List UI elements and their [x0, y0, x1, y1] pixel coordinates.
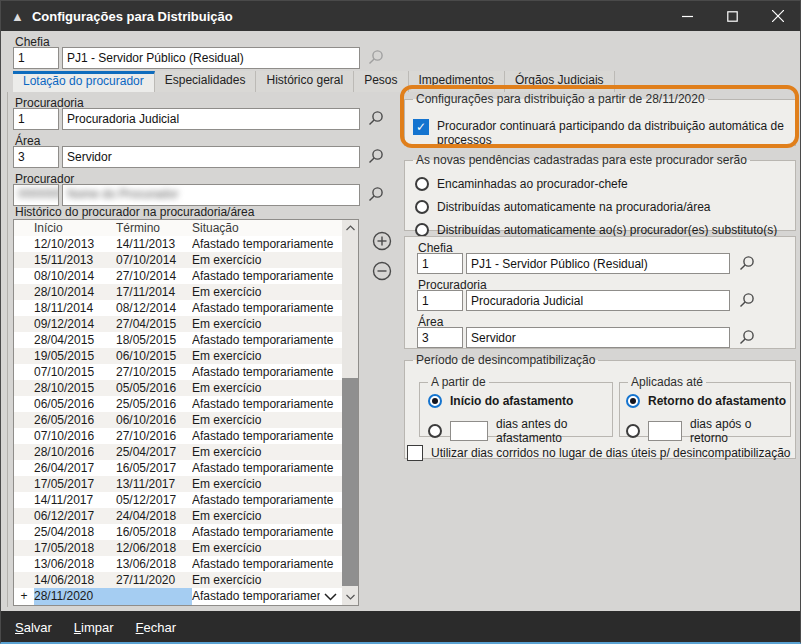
cell-situacao: Afastado temporariamente — [192, 556, 342, 572]
radio-row-distribuidas-substitutos[interactable]: Distribuídas automaticamente ao(s) procu… — [415, 223, 777, 237]
history-row[interactable]: 17/05/201713/11/2017Em exercício — [14, 476, 342, 492]
history-row[interactable]: 17/05/201812/06/2018Em exercício — [14, 540, 342, 556]
col-header-situacao: Situação — [192, 220, 342, 236]
fechar-button[interactable]: Fechar — [136, 620, 176, 635]
history-row[interactable]: 18/11/201408/12/2014Afastado temporariam… — [14, 300, 342, 316]
history-row[interactable]: 06/05/201625/05/2016Afastado temporariam… — [14, 396, 342, 412]
cell-termino: 05/12/2017 — [116, 492, 192, 508]
history-row[interactable]: 28/04/201518/05/2015Afastado temporariam… — [14, 332, 342, 348]
encaminhadas-radio[interactable] — [415, 177, 429, 191]
distribuidas-substitutos-radio[interactable] — [415, 223, 429, 237]
history-row[interactable]: 07/10/201627/10/2016Afastado temporariam… — [14, 428, 342, 444]
procuradoria-right-search-icon[interactable] — [738, 292, 755, 309]
procurador-code-field[interactable]: 0000000 — [13, 184, 59, 206]
editing-cell-termino[interactable] — [116, 588, 192, 605]
minimize-button[interactable] — [665, 1, 710, 31]
procurador-name-field[interactable]: Nome do Procurador — [62, 184, 360, 206]
area-search-icon[interactable] — [367, 148, 384, 165]
chefia-top-code-field[interactable] — [13, 47, 59, 69]
cell-situacao: Em exercício — [192, 476, 342, 492]
dias-apos-label: dias após o retorno — [690, 417, 790, 445]
history-row[interactable]: 28/10/201417/11/2014Em exercício — [14, 284, 342, 300]
procuradoria-right-code-field[interactable] — [417, 290, 463, 311]
history-scrollbar[interactable] — [342, 220, 358, 605]
dias-apos-row[interactable]: dias após o retorno — [626, 417, 790, 445]
history-row[interactable]: 26/05/201606/10/2016Em exercício — [14, 412, 342, 428]
situacao-dropdown-icon[interactable] — [320, 588, 340, 605]
inicio-afastamento-radio[interactable] — [428, 394, 442, 408]
history-row[interactable]: 15/11/201307/10/2014Em exercício — [14, 252, 342, 268]
tab-especialidades[interactable]: Especialidades — [155, 71, 257, 92]
history-row[interactable]: 12/10/201314/11/2013Afastado temporariam… — [14, 236, 342, 252]
row-gutter — [14, 316, 34, 332]
history-row[interactable]: 07/10/201527/10/2015Afastado temporariam… — [14, 364, 342, 380]
dias-corridos-checkbox[interactable] — [407, 445, 423, 461]
tab-orgaos-judiciais[interactable]: Órgãos Judiciais — [505, 71, 615, 92]
tab-lotacao-do-procurador[interactable]: Lotação do procurador — [13, 71, 155, 92]
tab-historico-geral[interactable]: Histórico geral — [256, 71, 354, 92]
area-right-code-field[interactable] — [417, 327, 463, 348]
history-row[interactable]: 19/05/201506/10/2015Em exercício — [14, 348, 342, 364]
continua-distribuicao-checkbox[interactable]: ✓ — [413, 119, 429, 135]
row-gutter — [14, 540, 34, 556]
procuradoria-right-name-field[interactable] — [466, 290, 730, 311]
history-row[interactable]: 25/04/201816/05/2018Afastado temporariam… — [14, 524, 342, 540]
dias-apos-field[interactable] — [648, 421, 682, 441]
editing-cell-inicio[interactable]: 28/11/2020 — [34, 588, 116, 605]
procuradoria-code-field[interactable] — [13, 108, 59, 130]
history-row[interactable]: 13/06/201813/06/2018Afastado temporariam… — [14, 556, 342, 572]
retorno-afastamento-radio[interactable] — [626, 394, 640, 408]
cell-termino: 06/10/2016 — [116, 412, 192, 428]
chefia-top-name-field[interactable] — [62, 47, 360, 69]
radio-row-distribuidas-area[interactable]: Distribuídas automaticamente na procurad… — [415, 200, 710, 214]
dias-corridos-row[interactable]: Utilizar dias corridos no lugar de dias … — [407, 445, 791, 461]
cell-situacao: Em exercício — [192, 284, 342, 300]
history-row[interactable]: 28/10/201505/05/2016Em exercício — [14, 380, 342, 396]
tab-impedimentos[interactable]: Impedimentos — [409, 71, 505, 92]
dias-apos-radio[interactable] — [626, 424, 640, 438]
scroll-thumb[interactable] — [342, 378, 358, 586]
cell-situacao: Afastado temporariamente — [192, 268, 342, 284]
history-row[interactable]: 26/04/201716/05/2017Afastado temporariam… — [14, 460, 342, 476]
procurador-search-icon[interactable] — [367, 186, 384, 203]
maximize-button[interactable] — [710, 1, 755, 31]
distribuidas-area-radio[interactable] — [415, 200, 429, 214]
area-code-field[interactable] — [13, 146, 59, 168]
area-name-field[interactable] — [62, 146, 360, 168]
chefia-right-code-field[interactable] — [417, 253, 463, 274]
history-row[interactable]: 06/12/201724/04/2018Em exercício — [14, 508, 342, 524]
dias-antes-row[interactable]: dias antes do afastamento — [428, 417, 612, 445]
dias-antes-field[interactable] — [450, 421, 488, 441]
inicio-afastamento-label: Início do afastamento — [450, 394, 573, 408]
area-right-name-field[interactable] — [466, 327, 730, 348]
retorno-afastamento-row[interactable]: Retorno do afastamento — [626, 394, 786, 408]
salvar-button[interactable]: Salvar — [15, 620, 52, 635]
cell-situacao: Em exercício — [192, 348, 342, 364]
area-right-search-icon[interactable] — [738, 329, 755, 346]
procuradoria-name-field[interactable] — [62, 108, 360, 130]
chefia-right-name-field[interactable] — [466, 253, 730, 274]
limpar-button[interactable]: Limpar — [74, 620, 114, 635]
row-gutter — [14, 460, 34, 476]
history-row[interactable]: 14/06/201827/11/2020Em exercício — [14, 572, 342, 588]
cell-termino: 05/05/2016 — [116, 380, 192, 396]
cell-inicio: 08/10/2014 — [34, 268, 116, 284]
radio-row-encaminhadas[interactable]: Encaminhadas ao procurador-chefe — [415, 177, 628, 191]
cell-inicio: 26/05/2016 — [34, 412, 116, 428]
history-editing-row[interactable]: + 28/11/2020 Afastado temporariamente — [14, 588, 342, 605]
history-row[interactable]: 28/10/201625/04/2017Em exercício — [14, 444, 342, 460]
procuradoria-search-icon[interactable] — [367, 110, 384, 127]
chefia-right-search-icon[interactable] — [738, 255, 755, 272]
scroll-down-icon[interactable] — [342, 589, 358, 605]
scroll-up-icon[interactable] — [342, 220, 358, 236]
inicio-afastamento-row[interactable]: Início do afastamento — [428, 394, 573, 408]
history-row[interactable]: 09/12/201427/04/2015Em exercício — [14, 316, 342, 332]
close-button[interactable] — [755, 1, 800, 31]
remove-lotacao-button[interactable] — [372, 261, 392, 281]
history-row[interactable]: 08/10/201427/10/2014Afastado temporariam… — [14, 268, 342, 284]
chefia-top-search-icon[interactable] — [367, 49, 384, 66]
add-lotacao-button[interactable] — [372, 231, 392, 251]
tab-pesos[interactable]: Pesos — [354, 71, 408, 92]
dias-antes-radio[interactable] — [428, 424, 442, 438]
history-row[interactable]: 14/11/201705/12/2017Afastado temporariam… — [14, 492, 342, 508]
